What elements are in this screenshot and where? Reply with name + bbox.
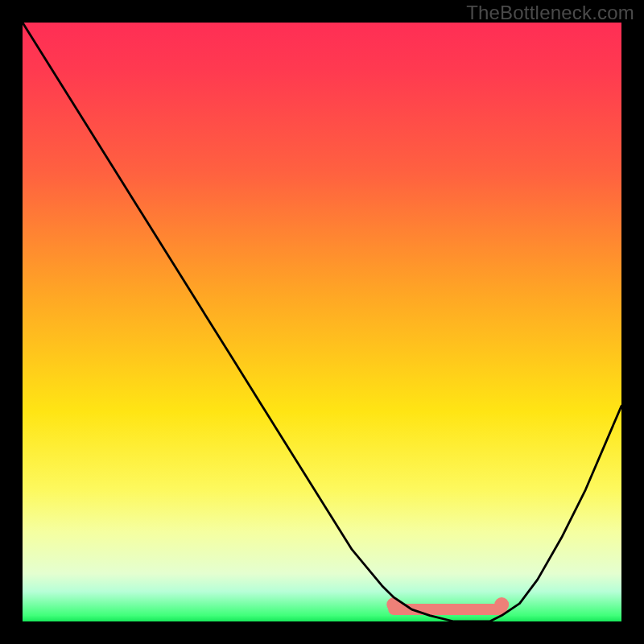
plot-area bbox=[23, 23, 621, 621]
bottleneck-curve bbox=[23, 23, 621, 621]
curve-svg bbox=[23, 23, 621, 621]
watermark-text: TheBottleneck.com bbox=[466, 2, 634, 24]
svg-point-2 bbox=[494, 597, 509, 612]
chart-frame: TheBottleneck.com bbox=[0, 0, 644, 644]
